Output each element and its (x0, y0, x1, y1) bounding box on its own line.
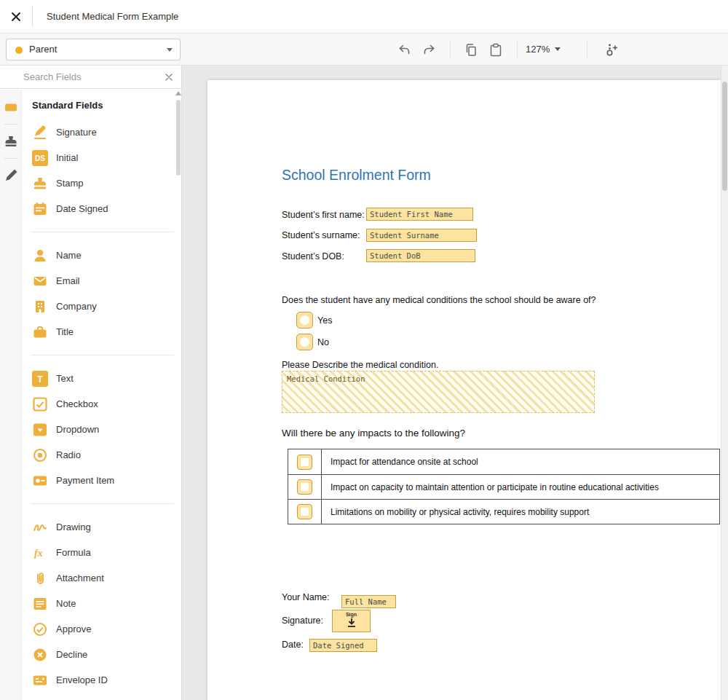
toolbar-separator (450, 41, 451, 58)
email-icon (32, 273, 48, 289)
signature-sign-field[interactable]: Sign (332, 610, 371, 632)
svg-text:fx: fx (34, 548, 43, 559)
field-settings-icon[interactable] (604, 42, 619, 57)
decline-icon (32, 647, 48, 663)
sign-arrow-icon (347, 618, 357, 628)
sidebar-item-initial[interactable]: DS Initial (31, 145, 181, 170)
signature-label: Signature: (282, 616, 323, 626)
sidebar-item-drawing[interactable]: Drawing (31, 514, 181, 540)
document-scroll-thumb[interactable] (722, 82, 727, 191)
chevron-down-icon (167, 48, 173, 52)
sidebar-scrollbar[interactable] (175, 90, 181, 700)
standard-fields-tab-icon[interactable] (3, 99, 19, 115)
sidebar-item-note[interactable]: Note (31, 591, 181, 616)
sidebar-item-attachment[interactable]: Attachment (31, 565, 181, 591)
impacts-table: Impact for attendance onsite at school I… (288, 449, 720, 524)
sidebar-item-label: Dropdown (56, 424, 99, 435)
impact-row-text: Limitations on mobility or physical acti… (322, 500, 719, 524)
checkbox-icon (32, 396, 48, 412)
copy-icon[interactable] (464, 42, 478, 57)
sidebar-item-name[interactable]: Name (31, 243, 181, 268)
redo-icon[interactable] (422, 42, 437, 57)
title-icon (32, 324, 48, 340)
name-icon (32, 248, 48, 264)
sidebar-item-stamp[interactable]: Stamp (31, 170, 181, 196)
sidebar-item-text[interactable]: T Text (31, 366, 181, 391)
date-signed-field[interactable]: Date Signed (309, 639, 377, 652)
zoom-dropdown[interactable]: 127% (526, 42, 578, 57)
toolbar: Parent 127% (0, 34, 728, 66)
search-bar (0, 66, 181, 89)
document-name: Student Medical Form Example (47, 0, 178, 34)
sidebar-item-approve[interactable]: Approve (31, 616, 181, 642)
sidebar-item-decline[interactable]: Decline (31, 642, 181, 667)
clear-search-icon[interactable] (162, 71, 175, 84)
impact-checkbox-field[interactable] (297, 479, 312, 495)
sidebar-item-radio[interactable]: Radio (31, 442, 181, 468)
sidebar-item-email[interactable]: Email (31, 268, 181, 294)
sign-tab-label: Sign (333, 611, 370, 618)
dropdown-icon (32, 422, 48, 438)
payment-item-icon (32, 473, 48, 489)
stamp-tool-icon[interactable] (3, 133, 19, 149)
sidebar-item-envelope-id[interactable]: Envelope ID (31, 667, 181, 693)
formula-icon: fx (32, 545, 48, 561)
sidebar-item-formula[interactable]: fx Formula (31, 540, 181, 565)
text-icon: T (32, 371, 48, 387)
describe-label: Please Describe the medical condition. (282, 360, 438, 370)
no-radio-field[interactable] (296, 334, 313, 350)
sidebar-item-checkbox[interactable]: Checkbox (31, 391, 181, 417)
dob-field[interactable]: Student DoB (366, 249, 475, 262)
section-title: Standard Fields (32, 100, 181, 111)
envelope-id-icon (32, 672, 48, 688)
recipient-dropdown[interactable]: Parent (6, 39, 181, 60)
radio-inner-circle (300, 337, 309, 347)
yes-label: Yes (317, 315, 332, 326)
recipient-label: Parent (29, 39, 57, 60)
approve-icon (32, 621, 48, 637)
stamp-icon (32, 176, 48, 192)
yes-radio-field[interactable] (296, 312, 313, 329)
sidebar-item-signature[interactable]: Signature (31, 119, 181, 145)
date-label: Date: (282, 640, 304, 650)
impact-checkbox-field[interactable] (297, 455, 312, 470)
sidebar-item-label: Signature (56, 127, 97, 138)
sidebar-item-label: Radio (56, 449, 81, 460)
sidebar-item-label: Name (56, 250, 82, 261)
radio-inner-circle (300, 315, 309, 325)
close-icon[interactable] (9, 9, 23, 24)
sidebar-item-date-signed[interactable]: Date Signed (31, 196, 181, 221)
impact-checkbox-field[interactable] (297, 504, 312, 519)
document-page: School Enrolment Form Student’s first na… (207, 80, 721, 700)
checkbox-inner (301, 483, 309, 491)
sidebar-item-dropdown[interactable]: Dropdown (31, 417, 181, 442)
document-canvas: School Enrolment Form Student’s first na… (182, 66, 728, 700)
drawing-icon (32, 519, 48, 535)
impact-row-text: Impact on capacity to maintain attention… (322, 475, 719, 499)
surname-field[interactable]: Student Surname (366, 229, 477, 242)
sidebar-item-company[interactable]: Company (31, 294, 181, 319)
pen-tool-icon[interactable] (3, 168, 19, 184)
sidebar-body: Standard Fields Signature DS Initial Sta… (0, 90, 181, 700)
first-name-label: Student’s first name: (282, 210, 365, 220)
sidebar-item-label: Email (56, 275, 80, 286)
medical-condition-textarea-field[interactable]: Medical Condition (282, 371, 595, 413)
search-input[interactable] (0, 66, 181, 88)
sidebar-scroll-thumb[interactable] (176, 100, 181, 176)
first-name-field[interactable]: Student First Name (366, 208, 473, 221)
fields-sidebar: Standard Fields Signature DS Initial Sta… (0, 66, 182, 700)
impact-table-row: Limitations on mobility or physical acti… (288, 499, 719, 524)
radio-icon (32, 447, 48, 463)
chevron-down-icon (555, 47, 561, 51)
sidebar-item-label: Checkbox (56, 398, 98, 409)
sidebar-item-label: Decline (56, 649, 87, 660)
svg-text:DS: DS (35, 154, 45, 162)
undo-icon[interactable] (397, 42, 411, 57)
sidebar-item-payment-item[interactable]: Payment Item (31, 468, 181, 493)
paste-icon[interactable] (488, 42, 502, 57)
document-scrollbar[interactable] (721, 66, 728, 700)
impact-row-text: Impact for attendance onsite at school (322, 449, 719, 474)
sidebar-item-title[interactable]: Title (31, 319, 181, 345)
full-name-field[interactable]: Full Name (341, 595, 396, 608)
scroll-up-arrow[interactable] (175, 91, 181, 95)
